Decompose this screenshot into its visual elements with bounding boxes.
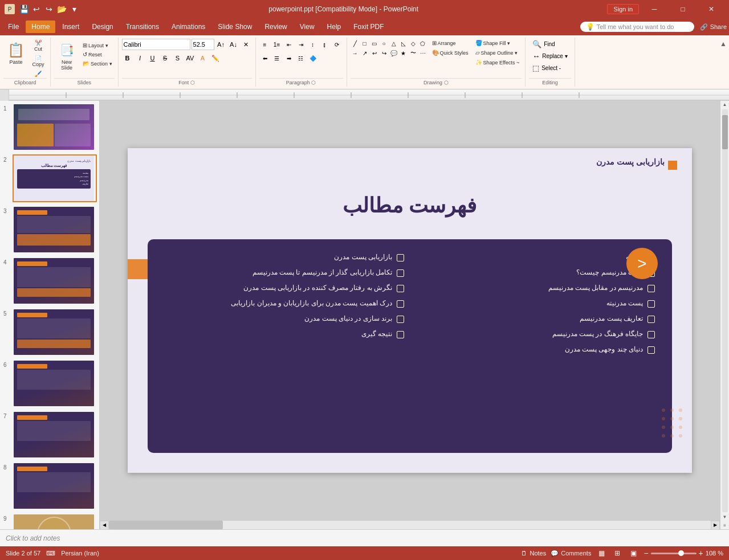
increase-font-button[interactable]: A↑ xyxy=(215,39,227,50)
increase-indent-button[interactable]: ⇥ xyxy=(295,39,307,50)
zoom-slider[interactable] xyxy=(651,553,697,554)
scroll-up-button[interactable]: ▲ xyxy=(723,102,727,107)
drawing-expand-icon[interactable]: ⬡ xyxy=(444,80,449,85)
find-button[interactable]: 🔍 Find xyxy=(529,39,558,50)
clear-format-button[interactable]: ✕ xyxy=(241,39,252,50)
share-button[interactable]: 🔗 Share xyxy=(700,23,727,31)
columns-button[interactable]: ⫿ xyxy=(319,39,331,50)
star-shape[interactable]: ★ xyxy=(399,48,408,58)
minimize-button[interactable]: ─ xyxy=(641,0,667,18)
h-scroll-thumb[interactable] xyxy=(109,521,223,529)
slide-sorter-button[interactable]: ⊞ xyxy=(612,547,623,559)
menu-insert[interactable]: Insert xyxy=(56,21,85,33)
slide-thumb-3[interactable]: 3 xyxy=(13,206,97,254)
v-scroll-track[interactable] xyxy=(722,109,728,512)
open-button[interactable]: 📂 xyxy=(56,3,67,15)
arrange-button[interactable]: ⊞ Arrange xyxy=(430,39,471,47)
arrow3-shape[interactable]: ↩ xyxy=(370,48,379,58)
section-button[interactable]: 📂 Section ▾ xyxy=(80,59,115,68)
collapse-ribbon-button[interactable]: ▲ xyxy=(718,38,729,87)
font-expand-icon[interactable]: ⬡ xyxy=(190,80,195,85)
undo-button[interactable]: ↩ xyxy=(31,3,42,15)
more-shapes[interactable]: ⋯ xyxy=(418,48,427,58)
slide-thumb-1[interactable]: 1 xyxy=(13,103,97,151)
zoom-in-button[interactable]: + xyxy=(699,549,703,558)
oval-shape[interactable]: ○ xyxy=(380,39,389,48)
menu-transitions[interactable]: Transitions xyxy=(120,21,165,33)
menu-animations[interactable]: Animations xyxy=(166,21,211,33)
scroll-down-button[interactable]: ▼ xyxy=(723,514,727,520)
font-name-input[interactable] xyxy=(122,39,190,50)
font-size-input[interactable] xyxy=(192,39,214,50)
bold-button[interactable]: B xyxy=(122,52,133,64)
decrease-indent-button[interactable]: ⇤ xyxy=(283,39,295,50)
replace-button[interactable]: ↔ Replace ▾ xyxy=(529,51,571,62)
font-color-button[interactable]: A xyxy=(197,52,209,64)
v-scroll-thumb[interactable] xyxy=(722,115,728,149)
bullets-button[interactable]: ≡ xyxy=(259,39,271,50)
h-scroll-track[interactable] xyxy=(109,521,711,529)
menu-foxit[interactable]: Foxit PDF xyxy=(348,21,389,33)
reset-button[interactable]: ↺ Reset xyxy=(80,50,115,59)
menu-home[interactable]: Home xyxy=(26,21,55,33)
scroll-left-button[interactable]: ◀ xyxy=(100,521,109,530)
close-button[interactable]: ✕ xyxy=(698,0,724,18)
shape-fill-button[interactable]: 🪣 Shape Fill ▾ xyxy=(473,39,522,47)
arrow4-shape[interactable]: ↪ xyxy=(380,48,389,58)
select-button[interactable]: ⬚ Select - xyxy=(529,63,564,73)
quick-access-dropdown[interactable]: ▾ xyxy=(68,3,80,15)
slide-thumb-9[interactable]: 9 xyxy=(13,513,97,529)
line-spacing-button[interactable]: ↕ xyxy=(307,39,319,50)
menu-review[interactable]: Review xyxy=(259,21,292,33)
search-text[interactable]: Tell me what you want to do xyxy=(597,23,674,30)
align-right-button[interactable]: ➡ xyxy=(283,52,295,64)
new-slide-button[interactable]: 📑 NewSlide xyxy=(54,39,79,73)
numbering-button[interactable]: 1≡ xyxy=(271,39,283,50)
pentagon-shape[interactable]: ⬠ xyxy=(418,39,427,48)
diamond-shape[interactable]: ◇ xyxy=(409,39,418,48)
slide-thumb-2[interactable]: 2 بازاریابی پست مدرن فهرست مطالب مقدمهپس… xyxy=(13,154,97,202)
menu-slideshow[interactable]: Slide Show xyxy=(212,21,258,33)
align-left-button[interactable]: ⬅ xyxy=(259,52,271,64)
align-center-button[interactable]: ☰ xyxy=(271,52,283,64)
underline-button[interactable]: U xyxy=(147,52,158,64)
callout-shape[interactable]: 💬 xyxy=(389,48,398,58)
slide-thumb-7[interactable]: 7 xyxy=(13,411,97,459)
decrease-font-button[interactable]: A↓ xyxy=(228,39,239,50)
notes-button[interactable]: 🗒 Notes xyxy=(521,550,546,557)
shape-outline-button[interactable]: ▱ Shape Outline ▾ xyxy=(473,48,522,57)
arrow-button[interactable]: > xyxy=(626,248,658,279)
signin-button[interactable]: Sign in xyxy=(607,4,639,14)
arrow2-shape[interactable]: ↗ xyxy=(360,48,369,58)
char-spacing-button[interactable]: AV xyxy=(185,52,196,64)
rounded-rect-shape[interactable]: ▭ xyxy=(370,39,379,48)
scroll-expand-button[interactable]: ≡ xyxy=(723,523,726,528)
shape-effects-button[interactable]: ✨ Shape Effects ~ xyxy=(473,58,522,67)
format-painter-button[interactable]: 🖌️ xyxy=(30,70,47,78)
zoom-slider-thumb[interactable] xyxy=(678,550,684,556)
menu-help[interactable]: Help xyxy=(321,21,347,33)
smart-art-button[interactable]: 🔷 xyxy=(307,52,319,64)
zoom-level[interactable]: 108 % xyxy=(706,550,723,557)
layout-button[interactable]: ⊞ Layout ▾ xyxy=(80,41,115,50)
cut-button[interactable]: ✂️Cut xyxy=(30,39,47,53)
menu-file[interactable]: File xyxy=(2,21,25,33)
slide-canvas-wrapper[interactable]: بازاریابی پست مدرن فهرست مطالب > xyxy=(100,101,720,520)
slide-thumb-4[interactable]: 4 xyxy=(13,257,97,305)
reading-view-button[interactable]: ▣ xyxy=(628,547,639,559)
normal-view-button[interactable]: ▦ xyxy=(596,547,607,559)
notes-placeholder[interactable]: Click to add notes xyxy=(6,534,60,542)
zoom-out-button[interactable]: − xyxy=(644,549,648,558)
justify-button[interactable]: ☷ xyxy=(295,52,307,64)
wave-shape[interactable]: 〜 xyxy=(409,48,418,58)
save-button[interactable]: 💾 xyxy=(18,3,30,15)
quick-styles-button[interactable]: 🎨 Quick Styles xyxy=(430,48,471,57)
redo-button[interactable]: ↪ xyxy=(43,3,55,15)
line-shape[interactable]: ╱ xyxy=(351,39,360,48)
slide-thumb-8[interactable]: 8 xyxy=(13,462,97,510)
italic-button[interactable]: I xyxy=(135,52,146,64)
right-tri-shape[interactable]: ◺ xyxy=(399,39,408,48)
rect-shape[interactable]: □ xyxy=(360,39,369,48)
restore-button[interactable]: □ xyxy=(670,0,696,18)
copy-button[interactable]: 📄Copy xyxy=(30,54,47,68)
